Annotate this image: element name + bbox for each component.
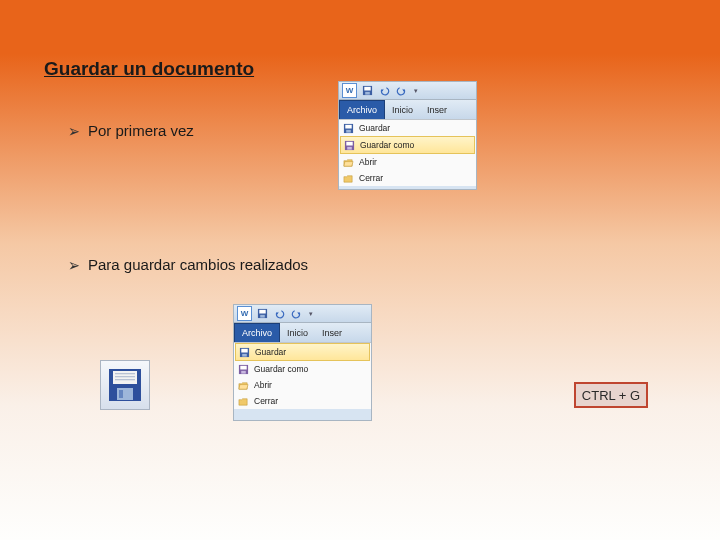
quick-access-toolbar: W ▾ — [339, 82, 476, 100]
qat-redo-icon — [395, 84, 408, 97]
qat-dropdown-icon: ▾ — [309, 310, 313, 318]
keyboard-shortcut-badge: CTRL + G — [574, 382, 648, 408]
svg-rect-18 — [242, 353, 247, 356]
menu-item-open[interactable]: Abrir — [234, 377, 371, 393]
word-app-icon: W — [342, 83, 357, 98]
menu-label: Cerrar — [359, 173, 383, 183]
svg-rect-13 — [260, 315, 265, 318]
qat-save-icon — [361, 84, 374, 97]
svg-rect-12 — [259, 310, 265, 314]
menu-item-close[interactable]: Cerrar — [234, 393, 371, 409]
svg-rect-2 — [365, 92, 370, 95]
menu-label: Guardar — [255, 347, 286, 357]
bullet-arrow-icon: ➢ — [68, 121, 80, 140]
save-as-icon — [237, 363, 249, 375]
menu-item-open[interactable]: Abrir — [339, 154, 476, 170]
menu-label: Abrir — [254, 380, 272, 390]
floppy-icon — [342, 122, 354, 134]
word-menu-screenshot-2: W ▾ Archivo Inicio Inser Guardar Guardar… — [233, 304, 372, 421]
folder-close-icon — [342, 172, 354, 184]
svg-rect-7 — [346, 129, 351, 132]
tab-file[interactable]: Archivo — [339, 100, 385, 119]
menu-label: Cerrar — [254, 396, 278, 406]
bullet-text: Para guardar cambios realizados — [88, 256, 308, 273]
svg-rect-25 — [115, 373, 135, 374]
menu-label: Guardar — [359, 123, 390, 133]
bullet-text: Por primera vez — [88, 122, 194, 139]
svg-rect-6 — [345, 124, 351, 128]
ribbon-tabs: Archivo Inicio Inser — [234, 323, 371, 342]
ribbon-tabs: Archivo Inicio Inser — [339, 100, 476, 119]
svg-rect-21 — [241, 370, 246, 373]
tab-insert[interactable]: Inser — [420, 100, 454, 119]
menu-item-save-as[interactable]: Guardar como — [234, 361, 371, 377]
file-menu: Guardar Guardar como Abrir Cerrar — [234, 342, 371, 409]
save-as-icon — [343, 139, 355, 151]
menu-item-save[interactable]: Guardar — [235, 343, 370, 361]
svg-rect-9 — [346, 141, 352, 145]
floppy-icon — [238, 346, 250, 358]
tab-insert[interactable]: Inser — [315, 323, 349, 342]
svg-rect-26 — [115, 376, 135, 377]
folder-open-icon — [237, 379, 249, 391]
menu-label: Abrir — [359, 157, 377, 167]
file-menu: Guardar Guardar como Abrir Cerrar — [339, 119, 476, 186]
svg-rect-24 — [113, 371, 137, 384]
svg-rect-27 — [115, 379, 135, 380]
svg-rect-10 — [347, 146, 352, 149]
folder-close-icon — [237, 395, 249, 407]
quick-access-toolbar: W ▾ — [234, 305, 371, 323]
tab-home[interactable]: Inicio — [280, 323, 315, 342]
svg-rect-1 — [364, 87, 370, 91]
save-floppy-icon-large — [100, 360, 150, 410]
svg-rect-20 — [240, 365, 246, 369]
menu-label: Guardar como — [360, 140, 414, 150]
qat-save-icon — [256, 307, 269, 320]
tab-home[interactable]: Inicio — [385, 100, 420, 119]
folder-open-icon — [342, 156, 354, 168]
menu-label: Guardar como — [254, 364, 308, 374]
qat-undo-icon — [273, 307, 286, 320]
svg-rect-17 — [241, 348, 247, 352]
bullet-arrow-icon: ➢ — [68, 255, 80, 274]
menu-item-save[interactable]: Guardar — [339, 120, 476, 136]
svg-rect-29 — [119, 390, 123, 398]
slide-title: Guardar un documento — [44, 58, 254, 80]
bullet-save-changes: ➢ Para guardar cambios realizados — [68, 256, 308, 273]
tab-file[interactable]: Archivo — [234, 323, 280, 342]
qat-dropdown-icon: ▾ — [414, 87, 418, 95]
qat-redo-icon — [290, 307, 303, 320]
word-app-icon: W — [237, 306, 252, 321]
bullet-first-save: ➢ Por primera vez — [68, 122, 194, 139]
qat-undo-icon — [378, 84, 391, 97]
menu-item-close[interactable]: Cerrar — [339, 170, 476, 186]
menu-item-save-as[interactable]: Guardar como — [340, 136, 475, 154]
word-menu-screenshot-1: W ▾ Archivo Inicio Inser Guardar Guardar… — [338, 81, 477, 190]
